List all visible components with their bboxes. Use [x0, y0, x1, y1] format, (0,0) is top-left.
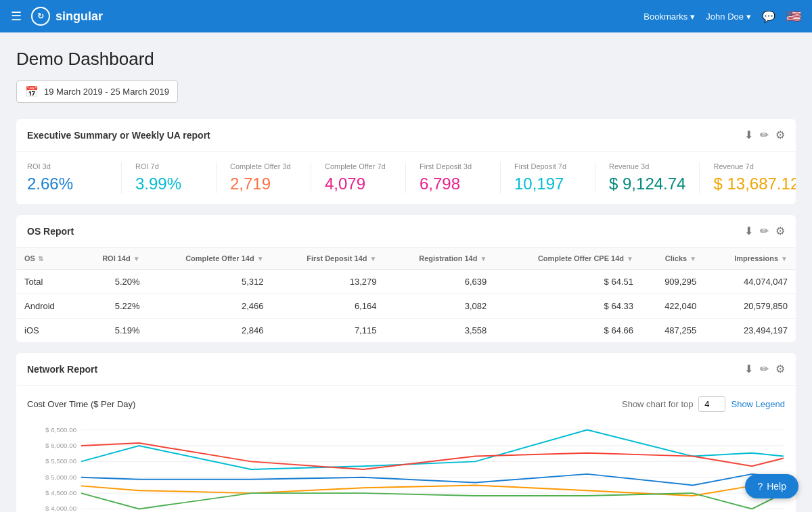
- os-table-header[interactable]: Registration 14d▼: [384, 248, 495, 270]
- network-report-header: Network Report ⬇ ✏ ⚙: [16, 353, 796, 386]
- table-cell: $ 64.51: [495, 270, 641, 294]
- metrics-row: ROI 3d 2.66% ROI 7d 3.99% Complete Offer…: [16, 152, 796, 204]
- metric-item: Complete Offer 7d 4,079: [311, 162, 406, 193]
- edit-icon[interactable]: ✏: [760, 363, 769, 375]
- table-cell: 3,558: [384, 319, 495, 343]
- date-range-label: 19 March 2019 - 25 March 2019: [44, 87, 169, 97]
- sort-icon: ▼: [781, 255, 788, 262]
- table-cell: 487,255: [641, 319, 704, 343]
- table-cell: $ 64.33: [495, 294, 641, 319]
- date-range-button[interactable]: 📅 19 March 2019 - 25 March 2019: [16, 80, 178, 103]
- notifications-icon[interactable]: 💬: [762, 10, 775, 23]
- help-icon: ?: [757, 481, 763, 492]
- table-cell: iOS: [16, 319, 77, 343]
- help-label: Help: [767, 481, 786, 492]
- edit-icon[interactable]: ✏: [760, 225, 769, 237]
- metric-label: ROI 7d: [135, 162, 202, 170]
- more-icon[interactable]: ⚙: [775, 225, 785, 237]
- chevron-down-icon: ▾: [690, 11, 695, 22]
- table-cell: 13,279: [272, 270, 385, 294]
- language-flag-icon[interactable]: 🇺🇸: [786, 9, 801, 24]
- table-cell: 5.20%: [77, 270, 148, 294]
- metric-item: Revenue 7d $ 13,687.12: [700, 162, 796, 193]
- show-legend-button[interactable]: Show Legend: [731, 399, 785, 409]
- table-cell: 2,466: [148, 294, 272, 319]
- chart-controls: Show chart for top Show Legend: [622, 396, 785, 412]
- table-cell: 5.19%: [77, 319, 148, 343]
- network-report-section: Network Report ⬇ ✏ ⚙ Cost Over Time ($ P…: [16, 353, 796, 512]
- metric-label: First Deposit 7d: [514, 162, 581, 170]
- show-chart-label: Show chart for top: [622, 399, 694, 409]
- metric-label: ROI 3d: [27, 162, 108, 170]
- metric-value: 6,798: [420, 174, 487, 193]
- sort-icon: ▼: [627, 255, 633, 262]
- table-cell: 3,082: [384, 294, 495, 319]
- more-icon[interactable]: ⚙: [775, 129, 785, 141]
- svg-text:$ 4,500.00: $ 4,500.00: [45, 489, 77, 496]
- executive-summary-title: Executive Summary or Weekly UA report: [27, 130, 210, 141]
- calendar-icon: 📅: [25, 85, 39, 98]
- sort-icon: ▼: [133, 255, 140, 262]
- os-table-header[interactable]: Complete Offer 14d▼: [148, 248, 272, 270]
- edit-icon[interactable]: ✏: [760, 129, 769, 141]
- metric-label: Revenue 3d: [609, 162, 685, 170]
- table-row: Android5.22%2,4666,1643,082$ 64.33422,04…: [16, 294, 796, 319]
- sort-icon: ▼: [370, 255, 377, 262]
- executive-summary-section: Executive Summary or Weekly UA report ⬇ …: [16, 119, 796, 204]
- nav-logo: ↻ singular: [31, 7, 103, 26]
- os-table-header[interactable]: Complete Offer CPE 14d▼: [495, 248, 641, 270]
- table-cell: 20,579,850: [704, 294, 796, 319]
- chart-svg-wrapper: $ 6,500.00 $ 6,000.00 $ 5,500.00 $ 5,000…: [27, 420, 785, 512]
- os-table-header[interactable]: ROI 14d▼: [77, 248, 148, 270]
- page-content: Demo Dashboard 📅 19 March 2019 - 25 Marc…: [0, 32, 812, 512]
- os-table-header[interactable]: Impressions▼: [704, 248, 796, 270]
- sort-icon: ⇅: [38, 255, 43, 262]
- svg-text:$ 5,000.00: $ 5,000.00: [45, 473, 77, 481]
- user-menu-button[interactable]: John Doe ▾: [706, 11, 751, 22]
- os-table-header[interactable]: Clicks▼: [641, 248, 704, 270]
- bookmarks-label: Bookmarks: [644, 11, 687, 22]
- metric-item: Complete Offer 3d 2,719: [217, 162, 311, 193]
- table-cell: 5.22%: [77, 294, 148, 319]
- download-icon[interactable]: ⬇: [744, 225, 753, 237]
- bookmarks-button[interactable]: Bookmarks ▾: [644, 11, 695, 22]
- hamburger-icon[interactable]: ☰: [11, 9, 22, 24]
- table-cell: 6,164: [272, 294, 385, 319]
- metric-value: 3.99%: [135, 174, 202, 193]
- table-cell: 422,040: [641, 294, 704, 319]
- navbar: ☰ ↻ singular Bookmarks ▾ John Doe ▾ 💬 🇺🇸: [0, 0, 812, 32]
- table-cell: 5,312: [148, 270, 272, 294]
- download-icon[interactable]: ⬇: [744, 129, 753, 141]
- os-table-header[interactable]: OS⇅: [16, 248, 77, 270]
- sort-icon: ▼: [257, 255, 264, 262]
- nav-left: ☰ ↻ singular: [11, 7, 103, 26]
- svg-text:$ 5,500.00: $ 5,500.00: [45, 457, 77, 465]
- metric-label: Revenue 7d: [713, 162, 796, 170]
- table-cell: 7,115: [272, 319, 385, 343]
- user-label: John Doe: [706, 11, 744, 22]
- table-cell: 909,295: [641, 270, 704, 294]
- top-value-input[interactable]: [698, 396, 725, 412]
- metric-value: $ 9,124.74: [609, 174, 685, 193]
- metric-label: Complete Offer 3d: [230, 162, 297, 170]
- metric-value: 2.66%: [27, 174, 108, 193]
- table-cell: Total: [16, 270, 77, 294]
- table-cell: $ 64.66: [495, 319, 641, 343]
- chart-header: Cost Over Time ($ Per Day) Show chart fo…: [27, 396, 785, 412]
- metric-item: First Deposit 7d 10,197: [501, 162, 595, 193]
- os-report-section: OS Report ⬇ ✏ ⚙ OS⇅ROI 14d▼Complete Offe…: [16, 215, 796, 342]
- help-button[interactable]: ? Help: [745, 474, 798, 498]
- more-icon[interactable]: ⚙: [775, 363, 785, 375]
- table-cell: 6,639: [384, 270, 495, 294]
- chevron-down-icon: ▾: [746, 11, 751, 22]
- os-table-header[interactable]: First Deposit 14d▼: [272, 248, 385, 270]
- download-icon[interactable]: ⬇: [744, 363, 753, 375]
- table-cell: Android: [16, 294, 77, 319]
- nav-right: Bookmarks ▾ John Doe ▾ 💬 🇺🇸: [644, 9, 801, 24]
- chart-title: Cost Over Time ($ Per Day): [27, 399, 135, 409]
- table-cell: 23,494,197: [704, 319, 796, 343]
- metric-label: First Deposit 3d: [420, 162, 487, 170]
- network-report-title: Network Report: [27, 364, 97, 375]
- metric-item: ROI 3d 2.66%: [27, 162, 122, 193]
- logo-text: singular: [55, 9, 103, 24]
